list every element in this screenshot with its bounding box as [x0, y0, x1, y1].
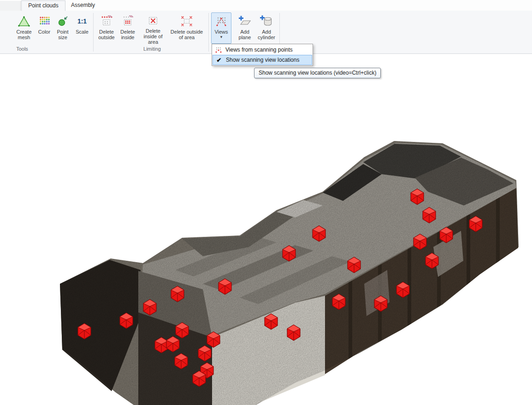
color-label: Color: [38, 29, 50, 35]
ribbon-tab-bar: Point clouds Assembly: [0, 0, 532, 11]
color-button[interactable]: Color: [36, 12, 53, 44]
building-point-cloud: [0, 53, 532, 405]
add-plane-icon: [238, 14, 252, 28]
svg-text:1:1: 1:1: [77, 18, 87, 25]
add-plane-label: Add plane: [236, 29, 254, 40]
tab-assembly[interactable]: Assembly: [65, 0, 100, 10]
color-icon: [38, 14, 50, 28]
create-mesh-label: Create mesh: [13, 29, 35, 40]
delete-outside-button[interactable]: Delete outside: [96, 12, 117, 44]
delete-outside-label: Delete outside: [96, 29, 117, 40]
views-dropdown-arrow-icon[interactable]: ▾: [220, 35, 223, 39]
tooltip: Show scanning view locations (video=Ctrl…: [254, 68, 381, 78]
delete-outside-of-area-icon: [180, 14, 193, 28]
views-button[interactable]: Views ▾: [211, 12, 231, 44]
tab-point-clouds[interactable]: Point clouds: [21, 0, 65, 11]
scale-label: Scale: [76, 29, 89, 35]
views-label: Views: [214, 29, 228, 35]
scale-1to1-icon: 1:1: [76, 14, 89, 28]
delete-outside-icon: [100, 14, 113, 28]
delete-outside-of-area-button[interactable]: Delete outside of area: [169, 12, 205, 44]
add-cylinder-icon: [260, 14, 273, 28]
views-icon: [215, 14, 227, 28]
menu-item-label: Views from scanning points: [225, 47, 293, 53]
delete-outside-of-area-label: Delete outside of area: [169, 29, 204, 40]
delete-inside-of-area-label: Delete inside of area: [139, 28, 167, 45]
menu-item-label: Show scanning view locations: [226, 57, 299, 63]
delete-inside-button[interactable]: Delete inside: [118, 12, 137, 44]
file-tab-stub[interactable]: [0, 1, 21, 11]
create-mesh-icon: [18, 14, 30, 28]
group-separator: [93, 13, 94, 52]
views-dropdown-menu: Views from scanning points ✔ Show scanni…: [212, 44, 313, 66]
point-size-label: Point size: [54, 29, 71, 40]
checkmark-icon: ✔: [214, 56, 224, 64]
views-from-scanning-points-icon: [213, 46, 224, 54]
group-separator: [208, 13, 209, 52]
delete-inside-label: Delete inside: [118, 29, 137, 40]
delete-inside-icon: [121, 14, 134, 28]
application-window: Point clouds Assembly Create mesh: [0, 0, 532, 405]
menu-item-show-scanning-view-locations[interactable]: ✔ Show scanning view locations: [213, 55, 312, 65]
group-label-tools: Tools: [11, 46, 33, 52]
viewport[interactable]: [0, 53, 532, 405]
add-plane-button[interactable]: Add plane: [235, 12, 254, 44]
add-cylinder-button[interactable]: Add cylinder: [255, 12, 278, 44]
menu-item-views-from-scanning-points[interactable]: Views from scanning points: [213, 45, 312, 55]
add-cylinder-label: Add cylinder: [256, 29, 277, 40]
point-size-icon: [56, 14, 69, 28]
point-size-button[interactable]: Point size: [53, 12, 72, 44]
create-mesh-button[interactable]: Create mesh: [13, 12, 35, 44]
delete-inside-of-area-button[interactable]: Delete inside of area: [138, 12, 168, 44]
delete-inside-of-area-icon: [147, 14, 160, 27]
scale-button[interactable]: 1:1 Scale: [73, 12, 91, 44]
group-label-limiting: Limiting: [129, 46, 175, 52]
